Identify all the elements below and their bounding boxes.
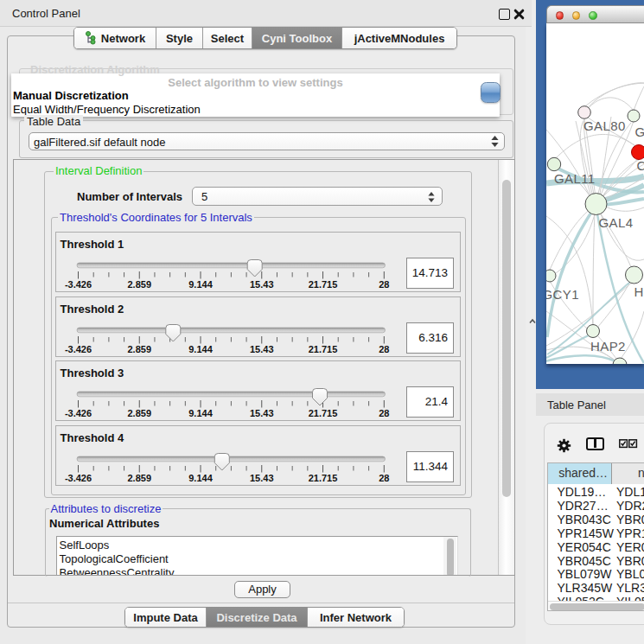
svg-text:C: C [637,158,644,173]
svg-text:28: 28 [379,343,389,354]
svg-text:2.859: 2.859 [127,472,151,482]
svg-text:GAL11: GAL11 [554,171,596,186]
svg-text:-3.426: -3.426 [64,472,91,482]
svg-text:21.715: 21.715 [308,279,337,290]
svg-text:9.144: 9.144 [188,279,213,290]
svg-text:2.859: 2.859 [127,408,151,418]
svg-text:28: 28 [379,472,389,482]
svg-text:GA: GA [635,124,644,139]
svg-text:9.144: 9.144 [188,343,213,354]
svg-text:-3.426: -3.426 [64,408,91,418]
svg-text:9.144: 9.144 [188,408,213,418]
svg-text:28: 28 [379,408,389,418]
svg-text:9.144: 9.144 [188,472,213,482]
svg-text:2.859: 2.859 [127,279,151,290]
svg-text:15.43: 15.43 [250,408,274,418]
svg-text:15.43: 15.43 [250,279,274,290]
svg-text:28: 28 [379,279,389,290]
svg-text:-3.426: -3.426 [64,343,91,354]
svg-text:GAL80: GAL80 [583,118,626,133]
svg-text:GAL4: GAL4 [599,215,634,230]
svg-text:-3.426: -3.426 [64,279,91,290]
svg-text:15.43: 15.43 [250,343,274,354]
svg-text:21.715: 21.715 [308,343,337,354]
svg-text:GCY1: GCY1 [546,287,579,302]
svg-text:15.43: 15.43 [250,472,274,482]
svg-text:21.715: 21.715 [308,472,337,482]
svg-text:H: H [634,284,644,299]
svg-text:2.859: 2.859 [127,343,151,354]
svg-text:21.715: 21.715 [308,408,337,418]
svg-text:HAP2: HAP2 [590,339,626,354]
